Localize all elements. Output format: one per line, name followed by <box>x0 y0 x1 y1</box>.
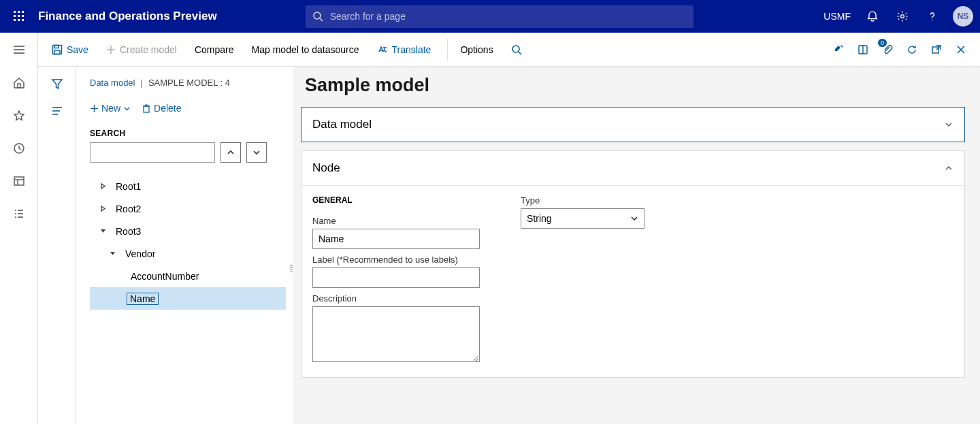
nav-expand-button[interactable] <box>0 33 38 67</box>
global-search[interactable]: Search for a page <box>306 5 693 28</box>
divider <box>447 39 448 61</box>
tree-search-input[interactable] <box>90 142 215 163</box>
label-label: Label (*Recommended to use labels) <box>312 255 480 265</box>
filter-icon[interactable] <box>51 78 63 90</box>
new-button[interactable]: New <box>90 103 131 114</box>
tree-node-root2[interactable]: Root2 <box>90 197 286 220</box>
svg-line-10 <box>320 18 323 21</box>
delete-button[interactable]: Delete <box>142 103 181 114</box>
help-icon[interactable] <box>917 0 947 33</box>
tree-node-accountnumber[interactable]: AccountNumber <box>90 265 286 287</box>
name-label: Name <box>312 216 480 226</box>
svg-rect-25 <box>932 47 938 53</box>
translate-icon <box>377 44 388 55</box>
legal-entity[interactable]: USMF <box>823 11 851 22</box>
favorites-icon[interactable] <box>3 99 35 132</box>
resize-handle[interactable] <box>290 265 293 274</box>
collapse-icon[interactable] <box>106 250 118 257</box>
create-model-button: Create model <box>99 40 184 59</box>
svg-rect-44 <box>144 106 149 112</box>
search-next-button[interactable] <box>246 142 267 163</box>
panel-node: Node GENERAL Name Label (*Recommended to… <box>301 150 965 378</box>
trash-icon <box>142 103 151 113</box>
breadcrumb-current: SAMPLE MODEL : 4 <box>148 78 230 88</box>
tree-node-root3[interactable]: Root3 <box>90 220 286 242</box>
description-label: Description <box>312 293 480 304</box>
model-tree: Root1 Root2 Root3 Vendor AccountNumber N… <box>90 175 286 310</box>
page-options-icon[interactable] <box>851 36 875 63</box>
plus-icon <box>90 104 99 113</box>
map-model-button[interactable]: Map model to datasource <box>245 40 366 59</box>
svg-rect-4 <box>18 15 20 17</box>
filter-column <box>38 67 76 424</box>
settings-icon[interactable] <box>887 0 917 33</box>
svg-rect-2 <box>22 11 24 13</box>
notifications-icon[interactable] <box>858 0 887 33</box>
recent-icon[interactable] <box>3 132 35 165</box>
name-input[interactable] <box>312 229 480 249</box>
svg-rect-17 <box>54 45 59 48</box>
svg-point-21 <box>512 46 519 52</box>
home-icon[interactable] <box>3 67 35 99</box>
breadcrumb: Data model | SAMPLE MODEL : 4 <box>90 78 286 88</box>
general-section-title: GENERAL <box>312 195 480 205</box>
chevron-down-icon <box>630 214 638 223</box>
svg-point-9 <box>314 12 321 19</box>
breadcrumb-link[interactable]: Data model <box>90 78 135 88</box>
popout-icon[interactable] <box>924 36 949 63</box>
suite-header: Finance and Operations Preview Search fo… <box>0 0 980 33</box>
left-nav-rail <box>0 67 38 424</box>
chevron-down-icon <box>944 120 953 129</box>
page-title: Sample model <box>305 75 965 96</box>
type-select[interactable]: String <box>521 208 644 229</box>
type-label: Type <box>521 195 644 206</box>
panel-data-model[interactable]: Data model <box>301 107 965 142</box>
options-button[interactable]: Options <box>453 40 500 59</box>
chevron-down-icon <box>252 148 261 157</box>
svg-point-12 <box>932 20 932 20</box>
svg-rect-5 <box>22 15 24 17</box>
refresh-icon[interactable] <box>900 36 924 63</box>
search-placeholder: Search for a page <box>330 11 406 22</box>
svg-rect-28 <box>18 84 20 88</box>
page-search-button[interactable] <box>504 40 533 59</box>
chevron-up-icon <box>227 148 235 157</box>
expand-icon[interactable] <box>97 206 109 212</box>
app-title: Finance and Operations Preview <box>38 10 217 23</box>
label-input[interactable] <box>312 267 480 288</box>
compare-button[interactable]: Compare <box>188 40 241 59</box>
svg-rect-7 <box>18 19 20 21</box>
collapse-icon[interactable] <box>97 228 109 234</box>
chevron-down-icon <box>123 105 131 112</box>
close-icon[interactable] <box>949 36 973 63</box>
list-icon[interactable] <box>51 106 63 116</box>
tree-node-root1[interactable]: Root1 <box>90 175 286 197</box>
svg-rect-8 <box>22 19 24 21</box>
tree-pane: Data model | SAMPLE MODEL : 4 New Delete… <box>76 67 293 424</box>
search-prev-button[interactable] <box>220 142 241 163</box>
main-pane: Sample model Data model Node GENERAL Nam… <box>293 67 980 424</box>
plus-icon <box>106 45 116 54</box>
svg-rect-30 <box>14 177 24 185</box>
workspaces-icon[interactable] <box>3 165 35 197</box>
tree-node-name[interactable]: Name <box>90 287 286 310</box>
translate-button[interactable]: Translate <box>370 40 438 59</box>
attachments-icon[interactable]: 0 <box>875 36 900 63</box>
personalize-icon[interactable] <box>826 36 851 63</box>
svg-rect-0 <box>14 11 16 13</box>
save-button[interactable]: Save <box>45 40 95 59</box>
modules-icon[interactable] <box>3 197 35 230</box>
svg-rect-18 <box>54 50 60 54</box>
chevron-up-icon <box>944 163 953 173</box>
svg-rect-3 <box>14 15 16 17</box>
user-avatar[interactable]: NS <box>953 6 973 27</box>
svg-rect-1 <box>18 11 20 13</box>
description-input[interactable] <box>312 306 480 362</box>
search-label: SEARCH <box>90 129 286 138</box>
svg-point-11 <box>901 15 904 18</box>
tree-node-vendor[interactable]: Vendor <box>90 242 286 265</box>
panel-node-header[interactable]: Node <box>301 151 964 185</box>
expand-icon[interactable] <box>97 183 109 189</box>
attachments-badge: 0 <box>878 39 887 47</box>
app-launcher-icon[interactable] <box>7 0 31 33</box>
